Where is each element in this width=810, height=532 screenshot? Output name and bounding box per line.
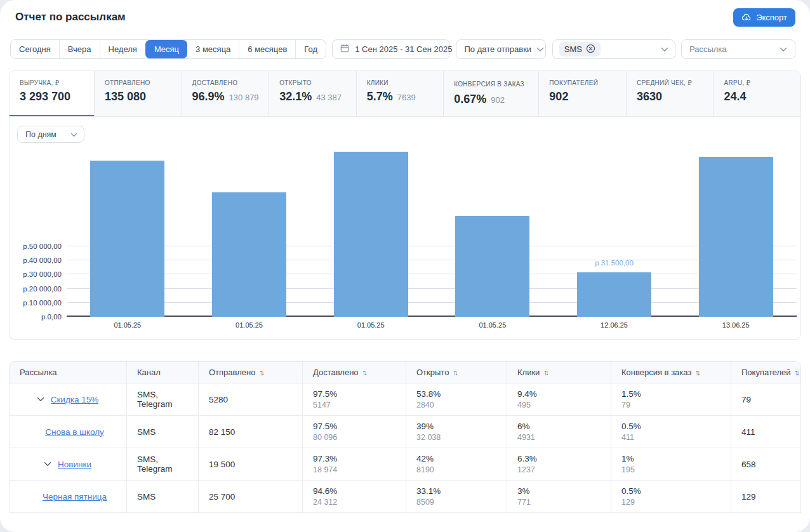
- mailing-link[interactable]: Снова в школу: [45, 427, 104, 437]
- remove-tag-icon[interactable]: [586, 44, 595, 55]
- stat-card-value: 902: [549, 90, 568, 103]
- opened-cell-count: 8509: [416, 498, 496, 507]
- conversion-cell-percent: 0.5%: [621, 486, 720, 496]
- conversion-cell-count: 411: [621, 433, 720, 442]
- period-tab[interactable]: 3 месяца: [187, 40, 239, 58]
- table-header: РассылкаКаналОтправлено↑↓Доставлено↑↓Отк…: [10, 362, 800, 383]
- bar-value-annotation: р.31 500,00: [595, 259, 634, 267]
- calendar-icon: [340, 44, 349, 55]
- sort-icon[interactable]: ↑↓: [453, 369, 458, 376]
- delivered-cell-count: 5147: [313, 401, 395, 409]
- info-icon: [528, 79, 528, 89]
- channel-multiselect[interactable]: SMS: [552, 39, 675, 59]
- column-header-label: Рассылка: [20, 368, 57, 377]
- opened-cell: 33.1%8509: [406, 481, 507, 512]
- clicks-cell: 6.3%1237: [507, 448, 611, 480]
- chart-x-axis: 01.05.2501.05.2501.05.2501.05.2512.06.25…: [67, 321, 797, 329]
- delivered-cell-percent: 97.5%: [313, 389, 395, 399]
- column-header: Рассылка: [10, 362, 126, 383]
- opened-cell-count: 32 038: [416, 433, 496, 442]
- stat-card-label-text: СРЕДНИЙ ЧЕК, ₽: [637, 79, 692, 86]
- chart-bar[interactable]: [212, 192, 286, 317]
- mailings-table: РассылкаКаналОтправлено↑↓Доставлено↑↓Отк…: [9, 361, 801, 513]
- stat-card[interactable]: ПОКУПАТЕЛЕЙ902: [539, 71, 627, 116]
- mailing-link[interactable]: Черная пятница: [43, 492, 107, 502]
- conversion-cell: 1%195: [611, 448, 731, 480]
- chart-bar[interactable]: [699, 157, 773, 317]
- stat-card[interactable]: ARPU, ₽24.4: [714, 71, 800, 116]
- period-tab[interactable]: Неделя: [100, 40, 145, 58]
- stat-card[interactable]: ОТПРАВЛЕНО135 080: [95, 71, 182, 116]
- chevron-down-icon: [780, 44, 787, 54]
- stat-card[interactable]: ВЫРУЧКА, ₽3 293 700: [10, 71, 95, 116]
- stats-chart-panel: ВЫРУЧКА, ₽3 293 700ОТПРАВЛЕНО135 080ДОСТ…: [9, 70, 801, 340]
- date-range-picker[interactable]: 1 Сен 2025 - 31 Сен 2025: [332, 39, 450, 59]
- expand-row-icon[interactable]: [36, 394, 46, 404]
- conversion-cell-percent: 1%: [621, 454, 720, 463]
- chart-bar[interactable]: [334, 152, 408, 317]
- mailing-link[interactable]: Скидка 15%: [51, 395, 99, 404]
- sort-icon[interactable]: ↑↓: [695, 369, 701, 376]
- stat-card-label-text: ДОСТАВЛЕНО: [192, 79, 238, 86]
- stat-card[interactable]: КОНВЕРСИЯ В ЗАКАЗ0.67%902: [444, 71, 539, 116]
- channel-cell: SMS: [126, 416, 198, 448]
- stat-card-values: 24.4: [724, 90, 790, 103]
- sort-icon[interactable]: ↑↓: [362, 369, 368, 376]
- column-header[interactable]: Покупателей↑↓: [731, 362, 800, 383]
- buyers-cell: 411: [731, 416, 800, 448]
- sort-icon[interactable]: ↑↓: [795, 369, 800, 376]
- chart-bar-slot: [189, 126, 310, 317]
- chevron-down-icon: [661, 44, 668, 54]
- chart-bar[interactable]: [577, 272, 651, 317]
- column-header[interactable]: Доставлено↑↓: [302, 362, 406, 383]
- clicks-cell-percent: 3%: [517, 486, 601, 496]
- group-by-select[interactable]: По дням: [17, 126, 84, 143]
- date-mode-select[interactable]: По дате отправки: [456, 39, 546, 59]
- chart-bars: р.31 500,00: [67, 126, 797, 317]
- clicks-cell-count: 4931: [517, 433, 601, 442]
- buyers-cell: 658: [731, 448, 800, 480]
- period-tab[interactable]: 6 месяцев: [239, 40, 295, 58]
- buyers-cell: 79: [731, 383, 800, 415]
- mailing-link[interactable]: Новинки: [58, 460, 91, 469]
- period-tab[interactable]: Год: [295, 40, 326, 58]
- channel-cell: SMS, Telegram: [126, 383, 198, 415]
- opened-cell-percent: 39%: [416, 422, 496, 431]
- stat-card-values: 0.67%902: [454, 93, 528, 106]
- period-tab[interactable]: Сегодня: [11, 40, 59, 58]
- conversion-cell: 1.5%79: [611, 383, 731, 415]
- expand-row-icon[interactable]: [43, 459, 53, 469]
- stat-card[interactable]: КЛИКИ5.7%7639: [357, 71, 444, 116]
- column-header[interactable]: Отправлено↑↓: [198, 362, 302, 383]
- stat-card-label: КЛИКИ: [367, 79, 434, 86]
- sent-cell: 25 700: [198, 481, 302, 512]
- delivered-cell-percent: 94.6%: [313, 486, 395, 496]
- conversion-cell-count: 79: [621, 401, 720, 409]
- column-header: Канал: [126, 362, 198, 383]
- stat-card-secondary-value: 130 879: [229, 93, 259, 102]
- chevron-down-icon: [70, 130, 77, 139]
- stat-card-label: СРЕДНИЙ ЧЕК, ₽: [637, 79, 703, 86]
- export-button[interactable]: Экспорт: [733, 8, 795, 27]
- period-tab[interactable]: Вчера: [59, 40, 100, 58]
- column-header[interactable]: Конверсия в заказ↑↓: [611, 362, 731, 383]
- table-body: Скидка 15%SMS, Telegram528097.5%514753.8…: [10, 383, 800, 513]
- column-header[interactable]: Клики↑↓: [507, 362, 611, 383]
- stat-card[interactable]: СРЕДНИЙ ЧЕК, ₽3630: [627, 71, 714, 116]
- opened-cell-count: 2840: [416, 401, 496, 409]
- mailing-select[interactable]: Рассылка: [681, 39, 795, 59]
- stat-card-value: 3630: [637, 90, 662, 103]
- stat-card[interactable]: ДОСТАВЛЕНО96.9%130 879: [182, 71, 270, 116]
- stat-card[interactable]: ОТКРЫТО32.1%43 387: [269, 71, 357, 116]
- column-header[interactable]: Открыто↑↓: [406, 362, 507, 383]
- period-tab[interactable]: Месяц: [145, 40, 187, 58]
- stat-card-label: ПОКУПАТЕЛЕЙ: [549, 79, 616, 86]
- stat-card-value: 96.9%: [192, 90, 225, 103]
- chart-bar[interactable]: [455, 216, 529, 317]
- column-header-label: Покупателей: [741, 368, 791, 377]
- sort-icon[interactable]: ↑↓: [543, 369, 549, 376]
- chart-bar[interactable]: [90, 161, 164, 317]
- page-title: Отчет по рассылкам: [15, 11, 126, 23]
- delivered-cell-count: 18 974: [313, 465, 395, 474]
- sort-icon[interactable]: ↑↓: [259, 369, 265, 376]
